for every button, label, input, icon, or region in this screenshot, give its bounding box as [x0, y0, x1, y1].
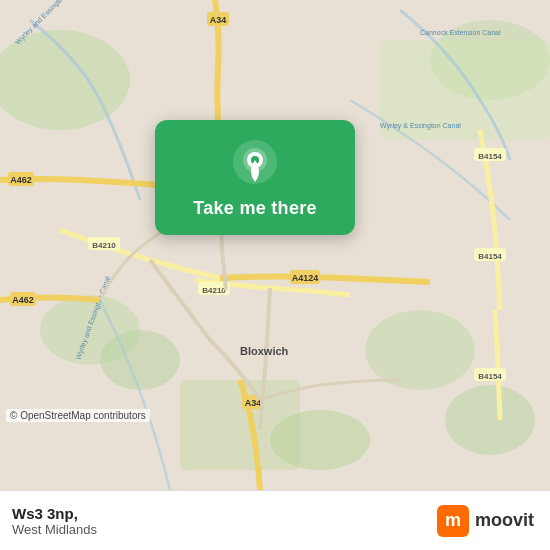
svg-text:B4210: B4210	[92, 241, 116, 250]
svg-text:A462: A462	[10, 175, 32, 185]
svg-point-7	[445, 385, 535, 455]
svg-point-6	[365, 310, 475, 390]
bottom-bar: Ws3 3np, West Midlands m moovit	[0, 490, 550, 550]
svg-text:A4124: A4124	[292, 273, 319, 283]
take-me-there-button[interactable]: Take me there	[193, 198, 317, 219]
location-pin-icon	[231, 138, 279, 186]
moovit-logo-letter: m	[437, 505, 469, 537]
moovit-logo-text: moovit	[475, 510, 534, 531]
svg-text:B4154: B4154	[478, 152, 502, 161]
svg-text:Wyrley & Essington Canal: Wyrley & Essington Canal	[380, 122, 461, 130]
location-info: Ws3 3np, West Midlands	[12, 505, 97, 537]
svg-point-9	[270, 410, 370, 470]
map-view: Wyrley and Essington Canal Cannock Exten…	[0, 0, 550, 490]
svg-text:B4210: B4210	[202, 286, 226, 295]
moovit-logo: m moovit	[437, 505, 534, 537]
svg-point-5	[100, 330, 180, 390]
osm-attribution: © OpenStreetMap contributors	[6, 409, 150, 422]
location-name: Ws3 3np,	[12, 505, 97, 522]
svg-text:Cannock Extension Canal: Cannock Extension Canal	[420, 29, 501, 36]
svg-text:Bloxwich: Bloxwich	[240, 345, 289, 357]
location-region: West Midlands	[12, 522, 97, 537]
svg-text:A462: A462	[12, 295, 34, 305]
svg-text:B4154: B4154	[478, 252, 502, 261]
svg-text:B4154: B4154	[478, 372, 502, 381]
svg-text:A34: A34	[210, 15, 227, 25]
cta-card[interactable]: Take me there	[155, 120, 355, 235]
